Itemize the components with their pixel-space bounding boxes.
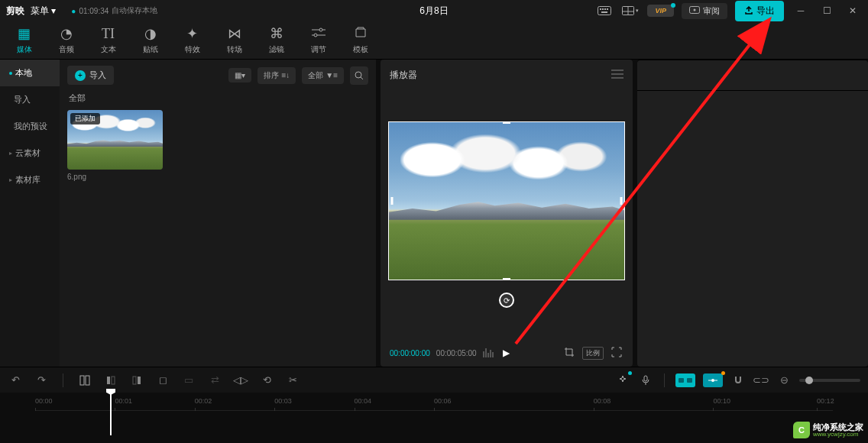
- sidebar-label: 导入: [14, 94, 31, 105]
- timeline-ruler[interactable]: 00:00 00:01 00:02 00:03 00:04 00:06 00:0…: [35, 397, 833, 411]
- canvas-frame[interactable]: [388, 121, 625, 280]
- ratio-button[interactable]: 比例: [582, 347, 604, 360]
- tab-template[interactable]: 模板: [339, 21, 381, 59]
- tab-media[interactable]: ▦ 媒体: [3, 21, 45, 59]
- tab-label: 音频: [59, 44, 74, 55]
- thumb-name: 6.png: [67, 173, 163, 181]
- export-button[interactable]: 导出: [735, 1, 784, 21]
- vip-button[interactable]: VIP: [647, 5, 674, 17]
- link-button[interactable]: ⊂⊃: [753, 373, 769, 388]
- keyboard-icon[interactable]: [595, 3, 614, 18]
- tab-text[interactable]: TI 文本: [87, 21, 129, 59]
- watermark: C 纯净系统之家 www.ycwjzy.com: [793, 422, 863, 438]
- zoom-out-button[interactable]: ⊖: [776, 373, 792, 388]
- zoom-slider[interactable]: [799, 379, 860, 382]
- tick: 00:12: [817, 397, 834, 405]
- timeline[interactable]: 00:00 00:01 00:02 00:03 00:04 00:06 00:0…: [0, 393, 868, 438]
- fullscreen-icon[interactable]: [610, 347, 623, 360]
- svg-rect-28: [687, 378, 692, 383]
- player-header: 播放器: [381, 60, 633, 90]
- split-left-button[interactable]: [103, 373, 118, 388]
- svg-rect-3: [604, 8, 606, 10]
- magnet-button[interactable]: [730, 373, 746, 388]
- rotate-handle[interactable]: ⟳: [499, 293, 514, 308]
- minimize-button[interactable]: ─: [792, 2, 810, 20]
- eq-icon[interactable]: [483, 348, 494, 357]
- tab-effects[interactable]: ✦ 特效: [171, 21, 213, 59]
- crop2-button[interactable]: ✂: [285, 373, 300, 388]
- freeze-button[interactable]: ▭: [181, 373, 196, 388]
- sidebar-label: 素材库: [15, 174, 40, 186]
- tick: 00:04: [355, 397, 372, 405]
- project-name[interactable]: 6月8日: [419, 5, 448, 18]
- template-icon: [355, 26, 367, 42]
- sidebar-item-library[interactable]: ▸ 素材库: [0, 167, 60, 193]
- sort-button[interactable]: 排序 ≡↓: [257, 67, 296, 84]
- tab-label: 模板: [353, 44, 368, 55]
- import-label: 导入: [89, 70, 106, 81]
- tick: 00:02: [195, 397, 212, 405]
- player-canvas[interactable]: ⟳: [381, 90, 633, 339]
- tab-sticker[interactable]: ◑ 贴纸: [129, 21, 171, 59]
- maximize-button[interactable]: ☐: [818, 2, 836, 20]
- media-content: + 导入 ▦▾ 排序 ≡↓ 全部 ▼≡ 全部: [60, 60, 376, 367]
- svg-rect-2: [602, 8, 604, 10]
- close-button[interactable]: ✕: [844, 2, 862, 20]
- tool-tabs: ▦ 媒体 ◔ 音频 TI 文本 ◑ 贴纸 ✦ 特效 ⋈ 转场 ⌘ 滤镜 调节 模…: [0, 21, 868, 60]
- sidebar-item-import[interactable]: 导入: [0, 86, 60, 113]
- filter-button[interactable]: 全部 ▼≡: [302, 67, 344, 84]
- tab-audio[interactable]: ◔ 音频: [45, 21, 87, 59]
- toolbar-right: ⊂⊃ ⊖: [615, 373, 860, 388]
- sort-icon: ≡↓: [281, 71, 290, 79]
- media-thumb[interactable]: 已添加 6.png: [67, 110, 163, 181]
- audio-icon: ◔: [60, 25, 73, 42]
- tab-transition[interactable]: ⋈ 转场: [213, 21, 255, 59]
- rotate-button[interactable]: ⟲: [259, 373, 274, 388]
- crop-icon[interactable]: [562, 347, 576, 360]
- time-current: 00:00:00:00: [390, 349, 430, 357]
- tab-adjust[interactable]: 调节: [297, 21, 339, 59]
- tick: 00:08: [594, 397, 611, 405]
- review-button[interactable]: 审阅: [682, 3, 727, 19]
- filter-icon: ⌘: [270, 25, 283, 42]
- track-chip-2[interactable]: [703, 373, 723, 387]
- playhead[interactable]: [110, 393, 112, 435]
- import-button[interactable]: + 导入: [67, 66, 114, 85]
- split-button[interactable]: [77, 373, 92, 388]
- svg-rect-5: [601, 11, 607, 13]
- plus-icon: +: [75, 70, 86, 81]
- export-icon: [744, 6, 753, 15]
- sidebar-item-preset[interactable]: 我的预设: [0, 113, 60, 140]
- player-menu-icon[interactable]: [611, 70, 623, 81]
- added-tag: 已添加: [70, 113, 100, 124]
- transition-icon: ⋈: [228, 25, 241, 42]
- svg-rect-24: [133, 377, 136, 384]
- crop-button[interactable]: ◻: [155, 373, 170, 388]
- split-right-button[interactable]: [129, 373, 144, 388]
- mic-button[interactable]: [638, 373, 653, 388]
- undo-button[interactable]: ↶: [8, 373, 23, 388]
- svg-rect-26: [644, 376, 647, 381]
- tick: 00:01: [115, 397, 132, 405]
- sidebar-item-cloud[interactable]: ▸ 云素材: [0, 140, 60, 167]
- tab-label: 文本: [101, 44, 116, 55]
- track-chip-1[interactable]: [675, 373, 695, 387]
- svg-rect-20: [80, 376, 84, 385]
- sidebar-item-local[interactable]: 本地: [0, 60, 60, 86]
- search-button[interactable]: [350, 66, 368, 85]
- tab-filter[interactable]: ⌘ 滤镜: [255, 21, 297, 59]
- svg-point-12: [319, 28, 322, 31]
- layout-icon[interactable]: ▾: [621, 3, 640, 18]
- grid-toggle[interactable]: ▦▾: [228, 68, 251, 82]
- mirror-button[interactable]: ◁▷: [233, 373, 248, 388]
- main-area: 本地 导入 我的预设 ▸ 云素材 ▸ 素材库 + 导入: [0, 60, 868, 367]
- text-icon: TI: [102, 26, 115, 42]
- redo-button[interactable]: ↷: [34, 373, 49, 388]
- svg-rect-25: [138, 377, 141, 384]
- play-button[interactable]: ▶: [500, 348, 513, 358]
- review-label: 审阅: [703, 5, 720, 17]
- reverse-button[interactable]: ⇄: [207, 373, 222, 388]
- time-duration: 00:00:05:00: [436, 349, 477, 357]
- magic-button[interactable]: [615, 373, 630, 388]
- menu-button[interactable]: 菜单 ▾: [31, 5, 56, 18]
